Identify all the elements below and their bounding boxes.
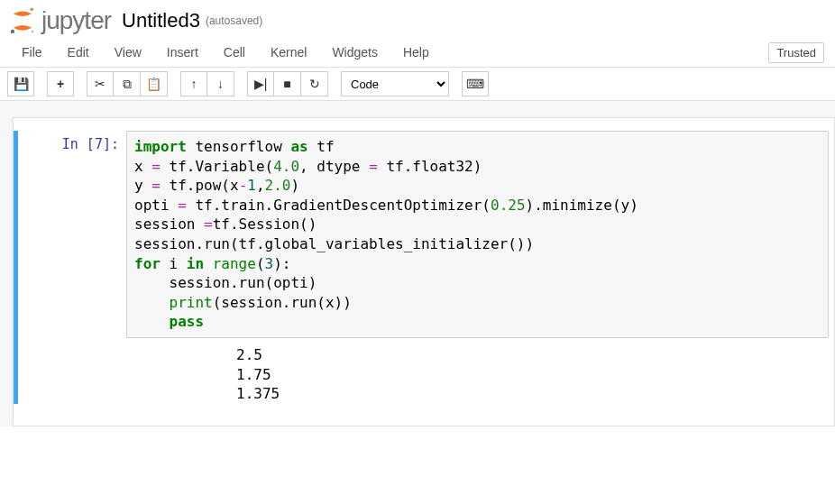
code-cell[interactable]: In [7]: import tensorflow as tf x = tf.V… — [14, 131, 834, 404]
logo-text: jupyter — [41, 6, 111, 35]
menu-help[interactable]: Help — [390, 38, 442, 67]
menubar: File Edit View Insert Cell Kernel Widget… — [0, 38, 835, 68]
menu-view[interactable]: View — [102, 38, 154, 67]
paste-icon: 📋 — [146, 77, 161, 91]
svg-point-0 — [30, 7, 33, 11]
jupyter-logo[interactable]: jupyter — [7, 5, 111, 36]
code-source[interactable]: import tensorflow as tf x = tf.Variable(… — [134, 137, 821, 332]
save-button[interactable]: 💾 — [7, 71, 34, 96]
arrow-down-icon: ↓ — [217, 77, 224, 91]
notebook-title[interactable]: Untitled3 — [122, 9, 200, 32]
cut-button[interactable]: ✂ — [87, 71, 114, 96]
restart-button[interactable]: ↻ — [301, 71, 328, 96]
autosave-status: (autosaved) — [206, 14, 262, 27]
svg-point-1 — [11, 30, 14, 33]
notebook-container: In [7]: import tensorflow as tf x = tf.V… — [13, 117, 835, 426]
output-prompt — [126, 345, 234, 404]
jupyter-logo-icon — [7, 5, 38, 36]
menu-edit[interactable]: Edit — [55, 38, 102, 67]
menu-widgets[interactable]: Widgets — [319, 38, 390, 67]
paste-button[interactable]: 📋 — [141, 71, 168, 96]
keyboard-icon: ⌨ — [466, 77, 484, 91]
toolbar: 💾 + ✂ ⧉ 📋 ↑ ↓ ▶| ■ — [0, 68, 835, 101]
save-icon: 💾 — [14, 77, 29, 91]
move-down-button[interactable]: ↓ — [207, 71, 234, 96]
copy-icon: ⧉ — [123, 77, 132, 92]
cell-output: 2.5 1.75 1.375 — [126, 345, 829, 404]
stop-icon: ■ — [283, 77, 290, 91]
code-input-area[interactable]: import tensorflow as tf x = tf.Variable(… — [126, 131, 829, 338]
add-cell-button[interactable]: + — [47, 71, 74, 96]
command-palette-button[interactable]: ⌨ — [462, 71, 489, 96]
move-up-button[interactable]: ↑ — [180, 71, 207, 96]
notebook-background: In [7]: import tensorflow as tf x = tf.V… — [0, 101, 835, 426]
scissors-icon: ✂ — [95, 77, 106, 91]
plus-icon: + — [57, 77, 64, 91]
input-prompt: In [7]: — [18, 131, 126, 404]
restart-icon: ↻ — [309, 77, 320, 91]
interrupt-button[interactable]: ■ — [274, 71, 301, 96]
cell-type-select[interactable]: Code — [341, 71, 449, 96]
stdout-text: 2.5 1.75 1.375 — [234, 345, 829, 404]
copy-button[interactable]: ⧉ — [114, 71, 141, 96]
cell-body: import tensorflow as tf x = tf.Variable(… — [126, 131, 829, 404]
header: jupyter Untitled3 (autosaved) — [0, 0, 835, 38]
menu-cell[interactable]: Cell — [211, 38, 258, 67]
svg-point-2 — [32, 31, 34, 33]
menu-kernel[interactable]: Kernel — [258, 38, 319, 67]
menu-file[interactable]: File — [9, 38, 55, 67]
menu-insert[interactable]: Insert — [154, 38, 211, 67]
arrow-up-icon: ↑ — [191, 77, 197, 91]
run-icon: ▶| — [254, 77, 268, 91]
trusted-indicator[interactable]: Trusted — [768, 42, 824, 63]
run-button[interactable]: ▶| — [247, 71, 274, 96]
